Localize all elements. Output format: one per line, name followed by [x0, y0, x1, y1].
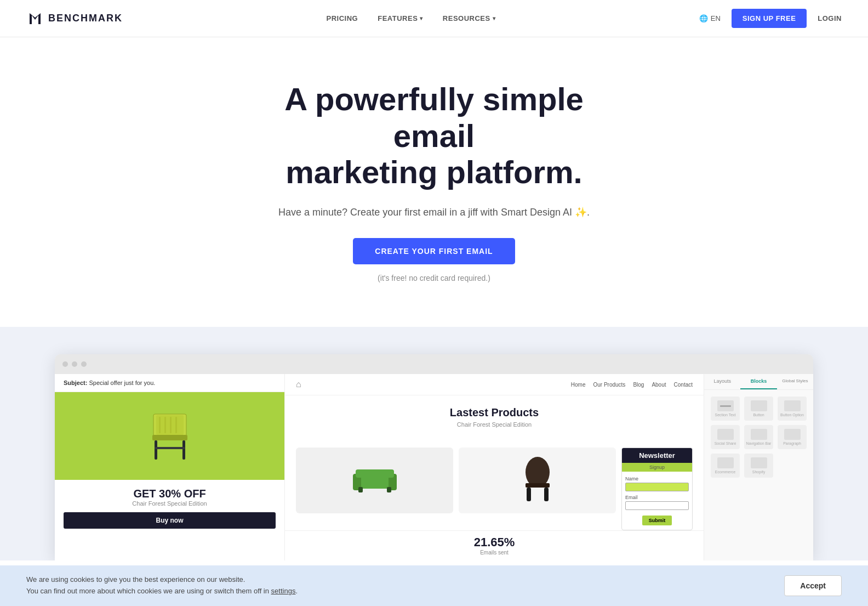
logo[interactable]: BENCHMARK — [26, 10, 123, 27]
stats-number: 21.65% — [296, 535, 693, 550]
block-label-shopify: Shopify — [752, 470, 765, 474]
block-item-shopify[interactable]: Shopify — [744, 454, 773, 478]
hero-headline: A powerfully simple email marketing plat… — [242, 81, 626, 191]
tab-global-styles[interactable]: Global Styles — [777, 374, 813, 389]
block-label-button: Button — [753, 413, 764, 417]
site-nav-home: Home — [571, 382, 586, 388]
website-preview-panel: ⌂ Home Our Products Blog About Contact L… — [285, 374, 704, 560]
site-home-icon: ⌂ — [296, 380, 301, 389]
block-item-social-share[interactable]: Social Share — [711, 425, 740, 449]
browser-dot-2 — [72, 361, 77, 367]
svg-rect-13 — [358, 487, 363, 492]
block-item-ecommerce[interactable]: Ecommerce — [711, 454, 740, 478]
newsletter-email-input — [625, 501, 689, 510]
browser-frame: Subject: Special offer just for you. — [55, 354, 813, 560]
sofa-illustration — [353, 464, 397, 497]
nav-pricing[interactable]: PRICING — [327, 14, 358, 22]
block-item-button[interactable]: Button — [744, 397, 773, 421]
block-label-nav-bar: Navigation Bar — [746, 441, 772, 445]
hero-subheading: Have a minute? Create your first email i… — [22, 206, 846, 218]
site-nav-about: About — [652, 382, 666, 388]
email-promo-sub: Chair Forest Special Edition — [64, 500, 276, 507]
site-nav-bar: ⌂ Home Our Products Blog About Contact — [285, 374, 704, 395]
svg-rect-14 — [387, 487, 391, 492]
block-label-button-option: Button Option — [780, 413, 804, 417]
stats-label: Emails sent — [296, 550, 693, 556]
svg-rect-19 — [544, 488, 549, 501]
newsletter-email-label: Email — [625, 495, 689, 500]
site-hero-content: Lastest Products Chair Forest Special Ed… — [285, 395, 704, 448]
block-label-section-text: Section Text — [715, 413, 735, 417]
blocks-grid: Section Text Button Button Option Social… — [704, 390, 813, 484]
site-products-row: Newsletter Signup Name Email Submit — [285, 448, 704, 530]
browser-content: Subject: Special offer just for you. — [55, 374, 813, 560]
navbar: BENCHMARK PRICING FEATURES ▾ RESOURCES ▾… — [0, 0, 868, 37]
svg-rect-5 — [155, 447, 185, 449]
nav-right: 🌐 EN SIGN UP FREE LOGIN — [699, 9, 842, 28]
tab-blocks[interactable]: Blocks — [740, 374, 776, 389]
svg-rect-6 — [159, 417, 161, 433]
block-item-section-text[interactable]: Section Text — [711, 397, 740, 421]
browser-bar — [55, 354, 813, 374]
block-item-nav-bar[interactable]: Navigation Bar — [744, 425, 773, 449]
svg-rect-9 — [175, 417, 177, 433]
newsletter-name-label: Name — [625, 476, 689, 482]
svg-rect-15 — [356, 469, 394, 478]
resources-chevron-icon: ▾ — [493, 15, 496, 21]
site-nav-contact: Contact — [674, 382, 693, 388]
browser-dot-3 — [81, 361, 87, 367]
email-promo-title: GET 30% OFF — [64, 488, 276, 500]
tab-layouts[interactable]: Layouts — [704, 374, 740, 389]
blocks-panel: Layouts Blocks Global Styles Section Te — [704, 374, 813, 560]
block-label-paragraph: Paragraph — [783, 441, 801, 445]
nav-resources[interactable]: RESOURCES ▾ — [443, 14, 495, 22]
svg-rect-18 — [527, 488, 531, 501]
nav-features[interactable]: FEATURES ▾ — [378, 14, 423, 22]
email-promo-section: GET 30% OFF Chair Forest Special Edition… — [55, 480, 284, 536]
logo-text: BENCHMARK — [48, 13, 123, 24]
hero-note: (it's free! no credit card required.) — [378, 274, 490, 282]
newsletter-widget: Newsletter Signup Name Email Submit — [621, 448, 693, 530]
chair-illustration — [142, 403, 197, 469]
newsletter-widget-title: Newsletter — [622, 448, 692, 463]
product-card-2 — [459, 448, 616, 513]
email-product-card — [55, 392, 284, 480]
newsletter-widget-sub: Signup — [622, 463, 692, 472]
svg-rect-3 — [155, 440, 157, 460]
features-chevron-icon: ▾ — [420, 15, 423, 21]
create-email-button[interactable]: CREATE YOUR FIRST EMAIL — [353, 238, 515, 264]
signup-button[interactable]: SIGN UP FREE — [732, 9, 807, 28]
newsletter-widget-form: Name Email Submit — [622, 472, 692, 530]
logo-icon — [26, 10, 44, 27]
newsletter-name-input — [625, 483, 689, 491]
svg-point-16 — [526, 457, 550, 488]
site-nav-blog: Blog — [633, 382, 644, 388]
svg-rect-17 — [526, 483, 550, 488]
email-buynow-button[interactable]: Buy now — [64, 512, 276, 529]
newsletter-submit-button[interactable]: Submit — [642, 516, 672, 525]
svg-rect-4 — [182, 440, 185, 460]
stats-bar: 21.65% Emails sent — [285, 530, 704, 560]
login-button[interactable]: LOGIN — [818, 14, 842, 22]
dark-chair-illustration — [521, 456, 554, 505]
site-nav-products: Our Products — [593, 382, 625, 388]
block-item-button-option[interactable]: Button Option — [778, 397, 807, 421]
browser-dot-1 — [62, 361, 68, 367]
preview-section: Subject: Special offer just for you. — [0, 327, 868, 560]
svg-rect-8 — [170, 417, 172, 433]
globe-icon: 🌐 — [699, 14, 708, 22]
site-hero-sub: Chair Forest Special Edition — [296, 421, 693, 428]
hero-section: A powerfully simple email marketing plat… — [0, 37, 868, 316]
svg-rect-7 — [164, 417, 166, 433]
block-label-social-share: Social Share — [715, 441, 736, 445]
block-item-paragraph[interactable]: Paragraph — [778, 425, 807, 449]
language-selector[interactable]: 🌐 EN — [699, 14, 721, 22]
blocks-tab-bar: Layouts Blocks Global Styles — [704, 374, 813, 390]
svg-rect-2 — [152, 435, 187, 440]
email-preview-panel: Subject: Special offer just for you. — [55, 374, 285, 560]
block-label-ecommerce: Ecommerce — [715, 470, 735, 474]
nav-links: PRICING FEATURES ▾ RESOURCES ▾ — [327, 14, 496, 22]
site-hero-title: Lastest Products — [296, 406, 693, 419]
site-nav-links: Home Our Products Blog About Contact — [571, 382, 693, 388]
product-card-1 — [296, 448, 453, 513]
